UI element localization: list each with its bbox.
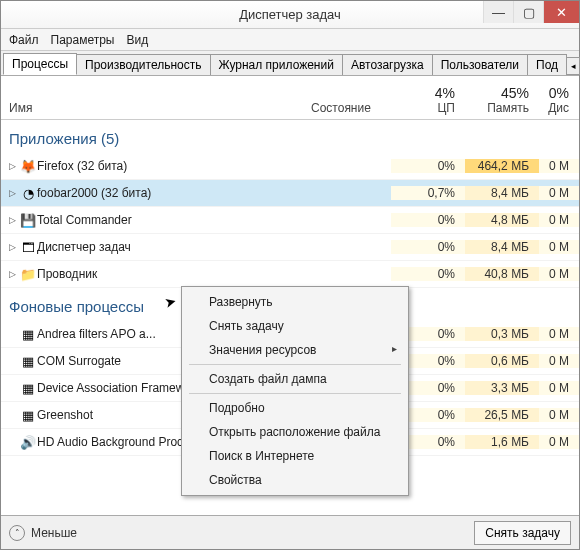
- mem-cell: 40,8 МБ: [465, 267, 539, 281]
- process-name: Total Commander: [37, 213, 311, 227]
- process-name: Firefox (32 бита): [37, 159, 311, 173]
- statusbar: ˄ Меньше Снять задачу: [1, 515, 579, 549]
- close-button[interactable]: ✕: [543, 1, 579, 23]
- app-icon: 💾: [19, 213, 37, 228]
- disk-cell: 0 М: [539, 159, 579, 173]
- context-separator: [189, 393, 401, 394]
- tab-more[interactable]: Под: [527, 54, 567, 75]
- app-icon: ◔: [19, 186, 37, 201]
- app-icon: 📁: [19, 267, 37, 282]
- context-item[interactable]: Подробно: [185, 396, 405, 420]
- disk-cell: 0 М: [539, 213, 579, 227]
- app-icon: ▦: [19, 408, 37, 423]
- process-row[interactable]: ▷◔foobar2000 (32 бита)0,7%8,4 МБ0 М: [1, 180, 579, 207]
- mem-cell: 3,3 МБ: [465, 381, 539, 395]
- cpu-cell: 0%: [391, 213, 465, 227]
- titlebar[interactable]: Диспетчер задач — ▢ ✕: [1, 1, 579, 29]
- mem-cell: 0,6 МБ: [465, 354, 539, 368]
- apps-section-header: Приложения (5): [1, 120, 579, 153]
- mem-cell: 464,2 МБ: [465, 159, 539, 173]
- menubar: Файл Параметры Вид: [1, 29, 579, 51]
- cpu-cell: 0%: [391, 267, 465, 281]
- app-icon: 🔊: [19, 435, 37, 450]
- app-icon: ▦: [19, 381, 37, 396]
- app-icon: 🦊: [19, 159, 37, 174]
- tab-processes[interactable]: Процессы: [3, 53, 77, 75]
- process-name: Диспетчер задач: [37, 240, 311, 254]
- col-status-header[interactable]: Состояние: [311, 101, 391, 115]
- expand-icon[interactable]: ▷: [9, 161, 19, 171]
- col-disk-header[interactable]: 0%Дис: [539, 85, 579, 115]
- context-menu: РазвернутьСнять задачуЗначения ресурсовС…: [181, 286, 409, 496]
- tabs: Процессы Производительность Журнал прило…: [1, 51, 579, 76]
- maximize-button[interactable]: ▢: [513, 1, 543, 23]
- context-item[interactable]: Развернуть: [185, 290, 405, 314]
- expand-icon[interactable]: ▷: [9, 215, 19, 225]
- mem-cell: 0,3 МБ: [465, 327, 539, 341]
- process-row[interactable]: ▷📁Проводник0%40,8 МБ0 М: [1, 261, 579, 288]
- disk-cell: 0 М: [539, 186, 579, 200]
- app-icon: ▦: [19, 327, 37, 342]
- context-item[interactable]: Создать файл дампа: [185, 367, 405, 391]
- column-headers: Имя Состояние 4%ЦП 45%Память 0%Дис: [1, 76, 579, 120]
- cpu-cell: 0%: [391, 240, 465, 254]
- disk-cell: 0 М: [539, 327, 579, 341]
- mem-cell: 26,5 МБ: [465, 408, 539, 422]
- tab-startup[interactable]: Автозагрузка: [342, 54, 433, 75]
- content-area: Имя Состояние 4%ЦП 45%Память 0%Дис Прило…: [1, 76, 579, 515]
- task-manager-window: Диспетчер задач — ▢ ✕ Файл Параметры Вид…: [0, 0, 580, 550]
- menu-view[interactable]: Вид: [126, 33, 148, 47]
- disk-cell: 0 М: [539, 354, 579, 368]
- context-separator: [189, 364, 401, 365]
- disk-cell: 0 М: [539, 381, 579, 395]
- mem-cell: 1,6 МБ: [465, 435, 539, 449]
- expand-icon[interactable]: ▷: [9, 242, 19, 252]
- menu-file[interactable]: Файл: [9, 33, 39, 47]
- process-row[interactable]: ▷🦊Firefox (32 бита)0%464,2 МБ0 М: [1, 153, 579, 180]
- tab-app-history[interactable]: Журнал приложений: [210, 54, 343, 75]
- tab-scroll: ◂ ▸: [566, 57, 580, 75]
- expand-icon[interactable]: ▷: [9, 269, 19, 279]
- app-icon: ▦: [19, 354, 37, 369]
- tab-performance[interactable]: Производительность: [76, 54, 210, 75]
- app-icon: 🗔: [19, 240, 37, 255]
- col-mem-header[interactable]: 45%Память: [465, 85, 539, 115]
- disk-cell: 0 М: [539, 267, 579, 281]
- window-buttons: — ▢ ✕: [483, 1, 579, 23]
- chevron-up-icon: ˄: [9, 525, 25, 541]
- fewer-label: Меньше: [31, 526, 77, 540]
- process-row[interactable]: ▷🗔Диспетчер задач0%8,4 МБ0 М: [1, 234, 579, 261]
- context-item[interactable]: Поиск в Интернете: [185, 444, 405, 468]
- tab-users[interactable]: Пользователи: [432, 54, 528, 75]
- context-item[interactable]: Открыть расположение файла: [185, 420, 405, 444]
- context-item[interactable]: Свойства: [185, 468, 405, 492]
- context-item[interactable]: Значения ресурсов: [185, 338, 405, 362]
- end-task-button[interactable]: Снять задачу: [474, 521, 571, 545]
- minimize-button[interactable]: —: [483, 1, 513, 23]
- menu-options[interactable]: Параметры: [51, 33, 115, 47]
- cpu-cell: 0,7%: [391, 186, 465, 200]
- mem-cell: 4,8 МБ: [465, 213, 539, 227]
- process-name: Проводник: [37, 267, 311, 281]
- col-name-header[interactable]: Имя: [1, 101, 311, 115]
- cpu-cell: 0%: [391, 159, 465, 173]
- mem-cell: 8,4 МБ: [465, 186, 539, 200]
- mem-cell: 8,4 МБ: [465, 240, 539, 254]
- disk-cell: 0 М: [539, 240, 579, 254]
- disk-cell: 0 М: [539, 435, 579, 449]
- expand-icon[interactable]: ▷: [9, 188, 19, 198]
- disk-cell: 0 М: [539, 408, 579, 422]
- fewer-details-button[interactable]: ˄ Меньше: [9, 525, 77, 541]
- process-name: foobar2000 (32 бита): [37, 186, 311, 200]
- tab-scroll-left[interactable]: ◂: [566, 57, 580, 75]
- context-item[interactable]: Снять задачу: [185, 314, 405, 338]
- process-row[interactable]: ▷💾Total Commander0%4,8 МБ0 М: [1, 207, 579, 234]
- col-cpu-header[interactable]: 4%ЦП: [391, 85, 465, 115]
